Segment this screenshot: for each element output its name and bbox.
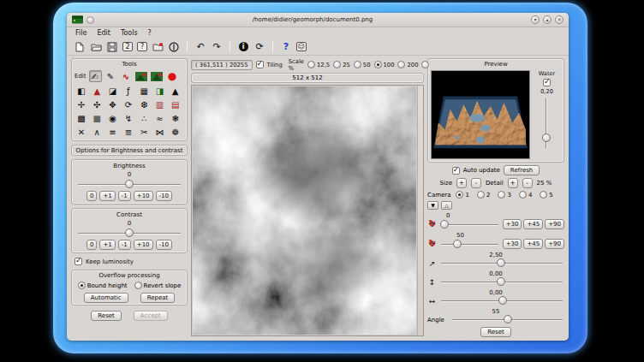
redo-icon[interactable]: ↷ [211, 41, 223, 53]
angle-slider[interactable] [450, 315, 564, 324]
close-button[interactable]: ✕ [555, 15, 564, 24]
tilt-down-button[interactable]: ▼ [427, 201, 438, 210]
pencil-tool-button[interactable]: ✎ [104, 70, 117, 82]
heightmap-image[interactable] [193, 86, 416, 335]
overflow-option-Revert slope[interactable]: Revert slope [134, 282, 182, 289]
detail-plus-button[interactable]: + [508, 178, 518, 188]
slider-knob[interactable] [542, 134, 551, 142]
tool-7-icon[interactable]: ▲ [169, 85, 182, 97]
new-file-icon[interactable] [74, 41, 86, 53]
tiling-checkbox[interactable]: ✓ [256, 61, 264, 68]
wave-tool-button[interactable]: ∿ [120, 70, 133, 82]
tool-25-icon[interactable]: ≣ [122, 126, 135, 138]
slider-knob[interactable] [453, 240, 462, 248]
repeat-button[interactable]: Repeat [140, 293, 176, 303]
slider-knob[interactable] [125, 228, 134, 237]
brightness-+10-button[interactable]: +10 [134, 191, 153, 201]
tool-20-icon[interactable]: ≈ [152, 112, 166, 124]
close-file-icon[interactable] [168, 41, 180, 53]
rotate-icon[interactable]: ⟳ [253, 41, 265, 53]
tool-11-icon[interactable]: ⟳ [122, 98, 135, 110]
rotate-h-+45-button[interactable]: +45 [523, 219, 543, 229]
camera-option-3[interactable]: 3 [498, 191, 510, 199]
brightness--1-button[interactable]: -1 [118, 191, 131, 201]
round-brush-tool-button[interactable]: ● [166, 70, 179, 82]
automatic-button[interactable]: Automatic [84, 293, 128, 303]
rotate-v-+90-button[interactable]: +90 [545, 239, 564, 249]
scale-option-100[interactable]: 100 [374, 61, 395, 68]
reset-button[interactable]: Reset [91, 311, 122, 321]
mountain-dig-tool-button[interactable] [151, 70, 164, 82]
brightness--10-button[interactable]: -10 [156, 191, 172, 201]
file-info-icon[interactable]: ? [137, 42, 147, 51]
camera-option-5[interactable]: 5 [540, 191, 552, 199]
tool-3-icon[interactable]: ◪ [106, 85, 120, 97]
tool-9-icon[interactable]: ✣ [90, 98, 104, 110]
accept-button[interactable]: Accept [134, 311, 168, 321]
overflow-option-Bound height[interactable]: Bound height [78, 282, 128, 289]
scale-option-12,5[interactable]: 12,5 [307, 61, 330, 68]
tilt-up-button[interactable]: △ [441, 201, 452, 210]
rotate-h-+30-button[interactable]: +30 [503, 219, 522, 229]
scale-option-200[interactable]: 200 [397, 61, 418, 68]
contrast-+10-button[interactable]: +10 [134, 240, 153, 250]
tool-16-icon[interactable]: ■ [90, 112, 104, 124]
slider-knob[interactable] [440, 220, 449, 228]
contrast-slider[interactable] [76, 228, 182, 238]
titlebar[interactable]: /home/didier/geomorph/document0.png ▾ ▴ … [67, 13, 569, 27]
mountain-raise-tool-button[interactable] [135, 70, 148, 82]
camera-option-2[interactable]: 2 [477, 191, 490, 199]
tool-8-icon[interactable]: ✢ [75, 98, 88, 110]
tool-14-icon[interactable]: ▤ [169, 98, 182, 110]
water-checkbox[interactable]: ✓ [543, 79, 551, 86]
contrast-0-button[interactable]: 0 [86, 240, 97, 250]
tool-26-icon[interactable]: ✂ [137, 126, 151, 138]
auto-update-checkbox[interactable]: ✓ [452, 167, 460, 175]
tool-2-icon[interactable]: ▲ [90, 85, 104, 97]
open-recent-icon[interactable] [152, 41, 164, 53]
menu-help[interactable]: ? [148, 29, 152, 37]
size-minus-button[interactable]: - [471, 178, 481, 188]
menu-file[interactable]: File [75, 29, 86, 37]
rotate-v-+30-button[interactable]: +30 [503, 239, 522, 249]
tool-4-icon[interactable]: ƒ [122, 85, 135, 97]
water-slider[interactable] [542, 97, 552, 150]
tool-10-icon[interactable]: ✥ [106, 98, 120, 110]
camera-option-1[interactable]: 1 [456, 191, 468, 199]
minimize-button[interactable]: ▾ [531, 15, 540, 24]
tool-23-icon[interactable]: ∧ [90, 126, 104, 138]
menu-tools[interactable]: Tools [121, 29, 138, 37]
tool-21-icon[interactable]: ❃ [169, 112, 182, 124]
tool-12-icon[interactable]: ❆ [137, 98, 151, 110]
slider-knob[interactable] [497, 258, 505, 267]
undo-icon[interactable]: ↶ [194, 41, 206, 53]
help-icon[interactable]: ? [280, 41, 292, 53]
save-as-icon[interactable]: 2 [122, 42, 133, 51]
tool-28-icon[interactable]: ❁ [169, 126, 182, 138]
slider-knob[interactable] [497, 277, 505, 286]
brightness-slider[interactable] [76, 180, 182, 189]
zoom-slider[interactable] [439, 258, 564, 268]
slider-knob[interactable] [504, 315, 512, 323]
menu-edit[interactable]: Edit [97, 29, 110, 37]
save-file-icon[interactable] [106, 41, 118, 53]
scale-option-50[interactable]: 50 [354, 61, 371, 68]
contrast--10-button[interactable]: -10 [156, 240, 172, 250]
sticky-button[interactable] [86, 16, 94, 24]
maximize-button[interactable]: ▴ [543, 15, 552, 24]
tool-6-icon[interactable]: ◨ [152, 85, 166, 97]
brightness-0-button[interactable]: 0 [86, 191, 97, 201]
refresh-button[interactable]: Refresh [504, 165, 540, 175]
tool-27-icon[interactable]: ⋈ [152, 126, 166, 138]
slider-knob[interactable] [125, 180, 134, 188]
tool-17-icon[interactable]: ◉ [106, 112, 120, 124]
camera-option-4[interactable]: 4 [519, 191, 532, 199]
about-icon[interactable]: ☺ [296, 42, 307, 51]
vertical-offset-slider[interactable] [439, 277, 564, 287]
tool-13-icon[interactable]: ▥ [152, 98, 166, 110]
rotate-horizontal-slider[interactable] [439, 220, 500, 229]
rotate-vertical-slider[interactable] [439, 240, 500, 249]
preview-reset-button[interactable]: Reset [480, 327, 511, 337]
stamp-tool-button[interactable]: ✍ [89, 70, 102, 82]
slider-knob[interactable] [498, 296, 507, 305]
